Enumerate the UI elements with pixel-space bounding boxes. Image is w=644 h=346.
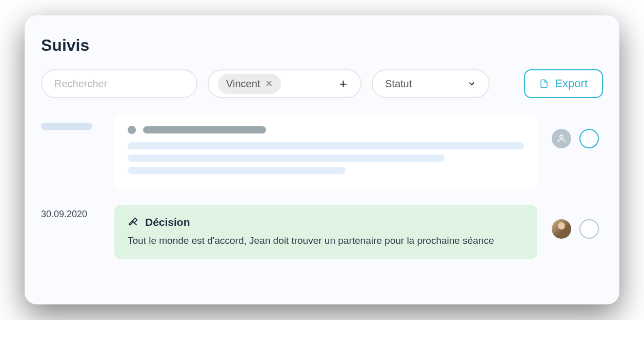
person-filter[interactable]: Vincent ✕ + xyxy=(208,69,361,98)
row-actions xyxy=(552,205,603,239)
chevron-down-icon xyxy=(467,79,476,88)
status-select[interactable]: Statut xyxy=(372,69,490,98)
skeleton-line xyxy=(128,142,524,149)
decision-title: Décision xyxy=(145,216,190,228)
row-content-skeleton xyxy=(114,114,537,190)
skeleton-dot xyxy=(128,126,136,134)
status-indicator[interactable] xyxy=(579,219,599,239)
svg-point-0 xyxy=(560,135,563,138)
decision-header: Décision xyxy=(128,216,524,228)
filter-chip-label: Vincent xyxy=(226,78,260,90)
skeleton-line xyxy=(128,167,346,174)
export-label: Export xyxy=(555,77,588,90)
user-icon xyxy=(557,134,566,143)
decision-body: Tout le monde est d'accord, Jean doit tr… xyxy=(128,234,524,248)
row-date: 30.09.2020 xyxy=(41,205,100,220)
search-input[interactable] xyxy=(41,69,197,98)
table-row xyxy=(41,114,603,190)
row-date xyxy=(41,114,100,130)
page-title: Suivis xyxy=(41,36,603,55)
toolbar: Vincent ✕ + Statut Export xyxy=(41,69,603,98)
status-label: Statut xyxy=(385,78,412,90)
filter-chip[interactable]: Vincent ✕ xyxy=(218,74,281,94)
export-button[interactable]: Export xyxy=(524,69,603,98)
avatar xyxy=(552,219,571,239)
row-actions xyxy=(552,114,603,148)
skeleton-title-row xyxy=(128,126,524,134)
followups-card: Suivis Vincent ✕ + Statut Export xyxy=(25,15,619,304)
avatar xyxy=(552,129,571,148)
pdf-icon xyxy=(539,78,549,89)
table-row: 30.09.2020 Décision Tout le monde est d'… xyxy=(41,205,603,259)
add-filter-button[interactable]: + xyxy=(335,74,351,94)
gavel-icon xyxy=(128,217,139,228)
status-indicator[interactable] xyxy=(579,129,599,148)
date-skeleton xyxy=(41,123,92,130)
row-content-decision: Décision Tout le monde est d'accord, Jea… xyxy=(114,205,537,259)
skeleton-line xyxy=(128,155,445,162)
remove-chip-icon[interactable]: ✕ xyxy=(265,79,273,88)
skeleton-title xyxy=(143,126,266,133)
plus-icon: + xyxy=(339,76,347,91)
